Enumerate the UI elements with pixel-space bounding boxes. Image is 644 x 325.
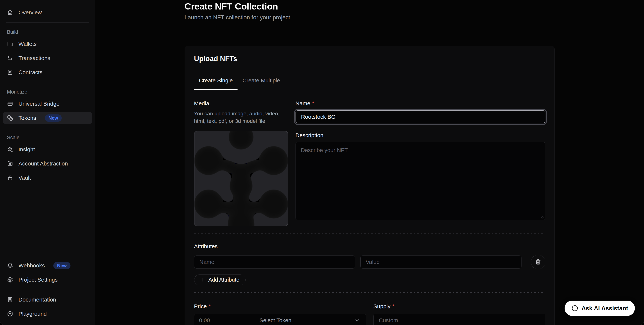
new-badge: New bbox=[45, 114, 62, 122]
book-icon bbox=[7, 297, 13, 303]
sidebar-item-label: Wallets bbox=[18, 41, 36, 47]
sidebar-item-contracts[interactable]: Contracts bbox=[3, 66, 92, 78]
sidebar-item-insight[interactable]: Insight bbox=[3, 144, 92, 155]
sidebar-item-label: Project Settings bbox=[18, 277, 58, 283]
price-amount-input[interactable] bbox=[194, 314, 254, 325]
upload-nfts-card: Upload NFTs Create Single Create Multipl… bbox=[184, 46, 554, 325]
sidebar-item-transactions[interactable]: Transactions bbox=[3, 52, 92, 64]
supply-field: Supply* bbox=[374, 303, 545, 325]
sidebar-section-monetize: Monetize bbox=[0, 89, 95, 95]
sidebar-item-label: Vault bbox=[18, 175, 31, 181]
sidebar-item-label: Overview bbox=[18, 9, 42, 16]
folder-shield-icon bbox=[7, 160, 13, 167]
gear-icon bbox=[7, 277, 13, 283]
new-badge: New bbox=[53, 262, 70, 269]
required-marker: * bbox=[312, 100, 314, 106]
name-label: Name* bbox=[296, 100, 545, 107]
divider bbox=[6, 290, 89, 290]
sidebar-item-tokens[interactable]: Tokens New bbox=[3, 112, 92, 124]
media-hint: You can upload image, audio, video, html… bbox=[194, 110, 285, 125]
chat-bubble-icon bbox=[571, 305, 578, 312]
section-divider bbox=[194, 292, 545, 293]
package-search-icon bbox=[7, 146, 13, 153]
chevron-down-icon bbox=[354, 317, 360, 323]
price-supply-section: Price* Select Token bbox=[194, 303, 545, 325]
wallet-icon bbox=[7, 41, 13, 47]
sidebar-item-documentation[interactable]: Documentation bbox=[3, 294, 92, 306]
divider bbox=[95, 30, 644, 30]
sidebar-item-label: Universal Bridge bbox=[18, 101, 60, 107]
page-header: Create NFT Collection Launch an NFT coll… bbox=[184, 0, 554, 21]
page-title: Create NFT Collection bbox=[184, 1, 554, 12]
sidebar-item-label: Transactions bbox=[18, 55, 50, 61]
attribute-name-input[interactable] bbox=[194, 256, 355, 269]
sidebar-item-webhooks[interactable]: Webhooks New bbox=[3, 260, 92, 271]
contract-file-icon bbox=[7, 69, 13, 75]
sidebar-item-label: Documentation bbox=[18, 297, 56, 303]
nft-description-textarea[interactable] bbox=[296, 142, 545, 220]
cube-icon bbox=[7, 311, 13, 317]
sidebar-item-label: Account Abstraction bbox=[18, 160, 68, 167]
divider bbox=[6, 82, 89, 82]
required-marker: * bbox=[209, 303, 211, 309]
sidebar-item-label: Webhooks bbox=[18, 262, 45, 269]
supply-label: Supply* bbox=[374, 303, 545, 310]
sidebar-item-account-abstraction[interactable]: Account Abstraction bbox=[3, 158, 92, 169]
home-icon bbox=[7, 9, 13, 16]
app-frame: Overview Build Wallets Transactions Cont… bbox=[0, 0, 644, 325]
card-title: Upload NFTs bbox=[194, 55, 545, 63]
card-body: Media You can upload image, audio, video… bbox=[185, 90, 554, 325]
media-label: Media bbox=[194, 100, 288, 107]
lock-icon bbox=[7, 175, 13, 181]
sidebar-spacer bbox=[0, 184, 95, 260]
sidebar-item-label: Contracts bbox=[18, 69, 42, 75]
attribute-value-input[interactable] bbox=[360, 256, 522, 269]
page-subtitle: Launch an NFT collection for your projec… bbox=[184, 14, 554, 21]
section-divider bbox=[194, 233, 545, 234]
delete-attribute-button[interactable] bbox=[531, 255, 545, 269]
price-label: Price* bbox=[194, 303, 366, 310]
sidebar-item-vault[interactable]: Vault bbox=[3, 172, 92, 184]
required-marker: * bbox=[392, 303, 394, 309]
media-preview-blobs bbox=[194, 131, 288, 226]
media-upload-dropzone[interactable] bbox=[194, 131, 288, 226]
sidebar-item-label: Insight bbox=[18, 146, 35, 153]
sidebar-item-universal-bridge[interactable]: Universal Bridge bbox=[3, 98, 92, 110]
attributes-section: Attributes Add Attribute bbox=[194, 243, 545, 285]
sidebar-item-wallets[interactable]: Wallets bbox=[3, 38, 92, 50]
sidebar: Overview Build Wallets Transactions Cont… bbox=[0, 0, 95, 325]
trash-icon bbox=[535, 259, 541, 265]
tab-bar: Create Single Create Multiple bbox=[185, 71, 554, 90]
sidebar-item-playground[interactable]: Playground bbox=[3, 308, 92, 320]
sidebar-item-label: Playground bbox=[18, 311, 47, 317]
tab-create-single[interactable]: Create Single bbox=[194, 71, 238, 90]
attribute-row bbox=[194, 255, 545, 269]
description-label: Description bbox=[296, 132, 545, 138]
nft-name-input[interactable] bbox=[296, 110, 545, 123]
attributes-label: Attributes bbox=[194, 243, 545, 250]
bell-icon bbox=[7, 262, 13, 269]
sidebar-item-overview[interactable]: Overview bbox=[3, 7, 92, 18]
sidebar-section-build: Build bbox=[0, 29, 95, 35]
sidebar-section-scale: Scale bbox=[0, 135, 95, 140]
ask-ai-assistant-button[interactable]: Ask AI Assistant bbox=[564, 301, 635, 316]
price-field: Price* Select Token bbox=[194, 303, 366, 325]
arrows-left-right-icon bbox=[7, 55, 13, 61]
sidebar-item-project-settings[interactable]: Project Settings bbox=[3, 274, 92, 286]
supply-input[interactable] bbox=[374, 314, 545, 325]
coins-icon bbox=[7, 115, 13, 121]
main-content: Create NFT Collection Launch an NFT coll… bbox=[95, 0, 644, 325]
sidebar-item-label: Tokens bbox=[18, 115, 36, 121]
add-attribute-button[interactable]: Add Attribute bbox=[194, 275, 246, 285]
token-select-dropdown[interactable]: Select Token bbox=[254, 314, 366, 325]
bridge-card-icon bbox=[7, 101, 13, 107]
card-header: Upload NFTs bbox=[185, 46, 554, 71]
tab-create-multiple[interactable]: Create Multiple bbox=[238, 71, 285, 90]
plus-icon bbox=[200, 277, 206, 283]
